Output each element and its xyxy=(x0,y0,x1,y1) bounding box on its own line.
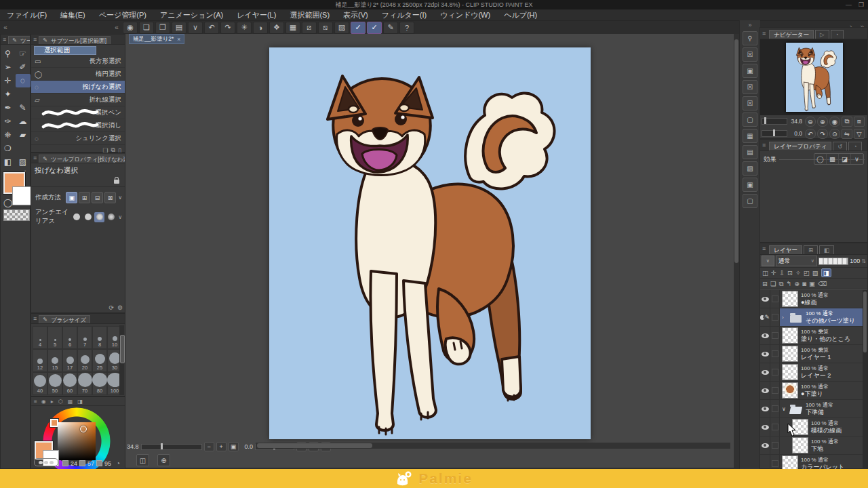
command-icon[interactable]: ▨ xyxy=(334,22,349,34)
tool-button[interactable]: ✛ xyxy=(1,74,16,87)
layer-thumbnail[interactable] xyxy=(782,364,798,380)
command-icon[interactable]: ❐ xyxy=(155,22,170,34)
canvas-footer-icon[interactable]: ◫ xyxy=(136,454,149,466)
subtool-item[interactable]: ◌ シュリンク選択 xyxy=(31,132,125,145)
subtool-item[interactable]: 選択ペン xyxy=(31,106,125,119)
tool-button[interactable]: ✒ xyxy=(1,101,16,115)
command-icon[interactable]: ? xyxy=(399,22,414,34)
collapsed-palette-icon[interactable]: ☒ xyxy=(743,47,757,62)
color-panel-tab-icon[interactable]: ▸ xyxy=(51,399,54,405)
command-icon[interactable]: ❏ xyxy=(139,22,154,34)
tool-button[interactable]: ☞ xyxy=(16,47,31,60)
layer-command-icon[interactable]: ◰ xyxy=(804,269,810,277)
tool-button[interactable] xyxy=(16,87,31,101)
color-panel-tab-icon[interactable]: ◉ xyxy=(41,399,46,405)
canvas-document[interactable] xyxy=(269,47,591,439)
collapsed-palette-icon[interactable]: ▦ xyxy=(743,129,757,143)
palette-color-swatch[interactable]: ∨ xyxy=(762,256,774,266)
close-icon[interactable]: × xyxy=(177,36,180,43)
layer-thumbnail[interactable] xyxy=(782,346,798,362)
command-icon[interactable]: ⧄ xyxy=(302,22,317,34)
subtool-item[interactable]: ▱ 折れ線選択 xyxy=(31,94,125,106)
layer-command-icon[interactable]: ✧ xyxy=(795,269,801,277)
checkbox-column[interactable] xyxy=(772,460,778,467)
saturation-value-square[interactable] xyxy=(58,422,96,460)
brush-size-cell[interactable]: 50 xyxy=(47,372,62,395)
eye-icon[interactable] xyxy=(762,425,769,430)
layer-row[interactable]: ✎ › 100 % 通常 その他パーツ塗り xyxy=(760,308,867,327)
collapse-left-icon[interactable]: « xyxy=(0,24,11,31)
eye-icon[interactable] xyxy=(762,443,769,448)
brush-size-cell[interactable]: 12 xyxy=(33,349,47,372)
navigator-zoom-button[interactable]: ⧉ xyxy=(842,117,852,127)
layer-command-icon[interactable]: ◨ xyxy=(821,268,831,277)
tool-button[interactable] xyxy=(16,142,31,155)
navigator-rotate-button[interactable]: ⊙ xyxy=(829,129,840,139)
vertical-scrollbar[interactable] xyxy=(734,34,739,468)
color-panel-tab-icon[interactable]: ⬡ xyxy=(58,399,63,405)
layer-command-icon[interactable]: ▧ xyxy=(812,269,818,277)
canvas-zoom-slider[interactable] xyxy=(141,444,202,450)
layer-row[interactable]: ✎ 100 % 乗算 塗り・他のところ xyxy=(760,327,867,345)
tool-button[interactable]: ⚲ xyxy=(1,47,16,60)
panel-menu-icon[interactable]: ≡ xyxy=(1,36,8,43)
navigator-preview[interactable] xyxy=(786,43,843,112)
all-sides-tab-icon[interactable]: ◧ xyxy=(819,245,834,254)
layer-command-icon[interactable]: ⊕ xyxy=(794,280,800,287)
layer-command-icon[interactable]: ▣ xyxy=(809,280,815,287)
expander-icon[interactable]: ∨ xyxy=(782,406,787,412)
layer-thumbnail[interactable] xyxy=(782,382,798,399)
menu-item[interactable]: 表示(V) xyxy=(336,9,375,20)
layer-tab[interactable]: レイヤー xyxy=(769,245,802,254)
checkbox-column[interactable] xyxy=(772,369,778,375)
eye-icon[interactable] xyxy=(762,297,769,302)
layer-list-scrollbar[interactable] xyxy=(863,290,867,473)
tool-button[interactable]: ➢ xyxy=(1,60,16,74)
command-icon[interactable]: ✓ xyxy=(367,22,382,34)
brush-size-scrollbar[interactable] xyxy=(119,325,124,395)
command-icon[interactable]: ❖ xyxy=(269,22,284,34)
tool-palette-tab[interactable]: ツー xyxy=(20,37,30,45)
layer-effect-button[interactable]: ◪ xyxy=(839,154,851,164)
collapsed-palette-icon[interactable]: ☒ xyxy=(743,96,757,110)
brush-size-cell[interactable]: 15 xyxy=(47,349,62,372)
horizontal-scrollbar[interactable] xyxy=(256,443,730,449)
panel-menu-icon[interactable]: ≡ xyxy=(760,245,768,252)
subtool-item[interactable]: ◌ 投げなわ選択 xyxy=(31,81,125,94)
layer-thumbnail[interactable] xyxy=(789,401,803,416)
info-tab-icon[interactable]: ◔ xyxy=(831,30,844,39)
layer-command-icon[interactable]: ✛ xyxy=(771,269,776,277)
collapsed-palette-icon[interactable]: ▧ xyxy=(743,161,757,176)
canvas-footer-icon[interactable]: ⊕ xyxy=(157,454,170,466)
brush-size-cell[interactable]: 5 xyxy=(47,326,62,349)
navigator-zoom-button[interactable]: ⧈ xyxy=(854,117,865,127)
creation-method-button[interactable]: ⊞ xyxy=(79,192,90,203)
menu-item[interactable]: フィルター(I) xyxy=(375,9,433,20)
history-tab-icon[interactable]: ↺ xyxy=(833,142,847,150)
sv-cursor[interactable] xyxy=(80,426,87,432)
navigator-zoom-button[interactable]: ◉ xyxy=(829,117,840,127)
minimize-icon[interactable]: — xyxy=(846,1,852,8)
antialias-button[interactable] xyxy=(83,212,93,222)
layer-effect-button[interactable]: ◯ xyxy=(814,154,827,164)
menu-item[interactable]: アニメーション(A) xyxy=(153,9,230,20)
blend-mode-select[interactable]: 通常 ∨ xyxy=(776,256,817,266)
layer-effect-button[interactable]: ∨ xyxy=(851,154,863,164)
checkbox-column[interactable] xyxy=(772,296,778,302)
navigator-zoom-slider[interactable] xyxy=(762,118,787,125)
menu-item[interactable]: 選択範囲(S) xyxy=(283,9,336,20)
layer-row[interactable]: ✎ ∨ 100 % 通常 下準備 xyxy=(760,400,867,418)
layer-thumbnail[interactable] xyxy=(789,310,803,325)
command-icon[interactable]: ✓ xyxy=(351,22,366,34)
command-icon[interactable]: ▤ xyxy=(172,22,186,34)
layer-row[interactable]: ✎ 100 % 通常 下地 xyxy=(760,436,867,455)
eye-icon[interactable] xyxy=(762,370,769,375)
eye-icon[interactable] xyxy=(762,407,769,411)
command-icon[interactable]: ✳ xyxy=(237,22,252,34)
collapse-mid-icon[interactable]: « xyxy=(111,24,122,31)
transparent-color-swatch[interactable] xyxy=(3,209,30,221)
collapsed-palette-icon[interactable]: ▣ xyxy=(743,64,757,78)
checkbox-column[interactable] xyxy=(772,405,778,412)
opacity-slider[interactable] xyxy=(818,258,848,265)
layer-row[interactable]: ✎ 100 % 通常 模様の線画 xyxy=(760,418,867,436)
